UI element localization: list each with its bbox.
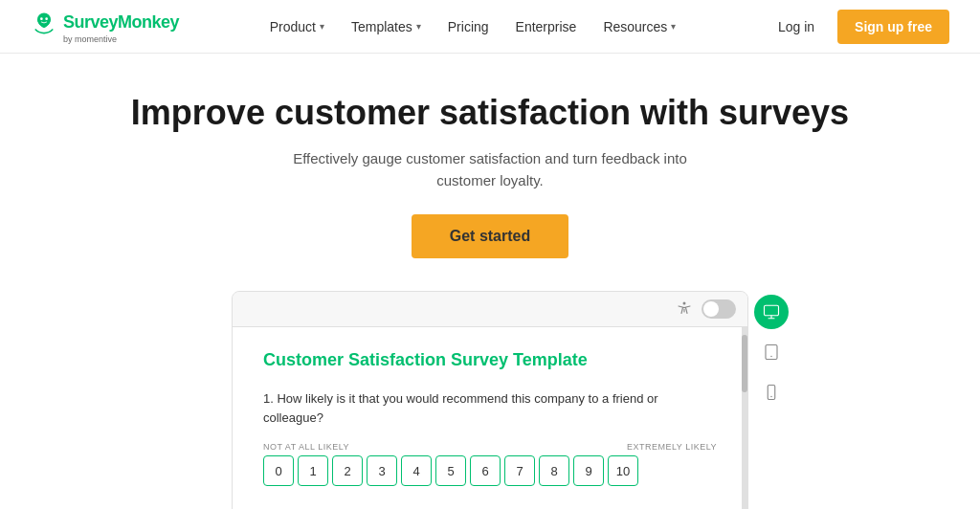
get-started-button[interactable]: Get started bbox=[412, 214, 568, 258]
nav-item-resources[interactable]: Resources ▾ bbox=[593, 11, 685, 42]
chevron-down-icon: ▾ bbox=[671, 21, 676, 32]
nav-item-product[interactable]: Product ▾ bbox=[260, 11, 334, 42]
header-actions: Log in Sign up free bbox=[767, 10, 949, 44]
device-sidebar bbox=[750, 291, 792, 413]
svg-point-8 bbox=[770, 396, 772, 398]
nav-item-pricing[interactable]: Pricing bbox=[438, 11, 499, 42]
scale-low-label: NOT AT ALL LIKELY bbox=[263, 442, 349, 452]
scale-labels: NOT AT ALL LIKELY EXTREMELY LIKELY bbox=[263, 442, 717, 452]
hero-section: Improve customer satisfaction with surve… bbox=[0, 54, 980, 281]
svg-point-1 bbox=[40, 17, 43, 20]
scale-high-label: EXTREMELY LIKELY bbox=[627, 442, 717, 452]
accessibility-icon bbox=[675, 299, 694, 319]
svg-point-3 bbox=[683, 302, 686, 305]
header: SurveyMonkey by momentive Product ▾ Temp… bbox=[0, 0, 980, 54]
svg-point-6 bbox=[770, 356, 772, 358]
nav-item-templates[interactable]: Templates ▾ bbox=[342, 11, 431, 42]
hero-subtitle: Effectively gauge customer satisfaction … bbox=[289, 148, 691, 191]
preview-content: Customer Satisfaction Survey Template 1.… bbox=[233, 327, 747, 509]
scale-number-9[interactable]: 9 bbox=[573, 455, 604, 486]
main-nav: Product ▾ Templates ▾ Pricing Enterprise… bbox=[260, 11, 686, 42]
preview-scrollbar[interactable] bbox=[742, 327, 747, 509]
hero-title: Improve customer satisfaction with surve… bbox=[19, 92, 961, 133]
device-mobile-button[interactable] bbox=[754, 375, 789, 409]
logo-sub: by momentive bbox=[63, 34, 117, 44]
logo-text: SurveyMonkey bbox=[63, 12, 179, 33]
svg-rect-4 bbox=[765, 305, 779, 316]
preview-toggle[interactable] bbox=[702, 299, 736, 319]
login-button[interactable]: Log in bbox=[767, 11, 826, 42]
scale-number-1[interactable]: 1 bbox=[298, 455, 328, 486]
survey-preview: Customer Satisfaction Survey Template 1.… bbox=[232, 291, 748, 509]
scale-number-6[interactable]: 6 bbox=[470, 455, 501, 486]
signup-button[interactable]: Sign up free bbox=[837, 10, 949, 44]
survey-title: Customer Satisfaction Survey Template bbox=[263, 350, 717, 370]
scale-numbers: 012345678910 bbox=[263, 455, 717, 486]
scale-number-8[interactable]: 8 bbox=[539, 455, 569, 486]
scale-number-4[interactable]: 4 bbox=[401, 455, 432, 486]
scale-number-2[interactable]: 2 bbox=[332, 455, 363, 486]
preview-toolbar bbox=[233, 292, 747, 327]
scale-number-7[interactable]: 7 bbox=[504, 455, 535, 486]
preview-wrapper: Customer Satisfaction Survey Template 1.… bbox=[0, 291, 980, 509]
scale-number-10[interactable]: 10 bbox=[608, 455, 638, 486]
scale-container: NOT AT ALL LIKELY EXTREMELY LIKELY 01234… bbox=[263, 442, 717, 486]
survey-question: 1. How likely is it that you would recom… bbox=[263, 389, 717, 427]
logo[interactable]: SurveyMonkey by momentive bbox=[31, 10, 179, 44]
device-desktop-button[interactable] bbox=[754, 295, 789, 329]
chevron-down-icon: ▾ bbox=[320, 21, 324, 32]
device-tablet-button[interactable] bbox=[754, 335, 789, 369]
nav-item-enterprise[interactable]: Enterprise bbox=[506, 11, 587, 42]
scrollbar-thumb bbox=[742, 335, 747, 392]
scale-number-0[interactable]: 0 bbox=[263, 455, 294, 486]
scale-number-3[interactable]: 3 bbox=[367, 455, 397, 486]
chevron-down-icon: ▾ bbox=[416, 21, 421, 32]
svg-point-2 bbox=[45, 17, 48, 20]
scale-number-5[interactable]: 5 bbox=[435, 455, 466, 486]
